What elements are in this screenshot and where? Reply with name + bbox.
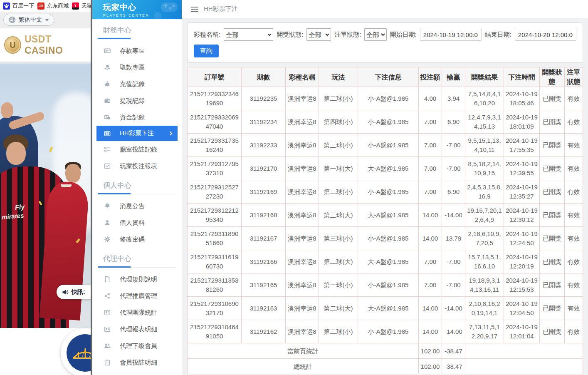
total-winloss: -38.47: [442, 359, 465, 374]
filter-panel: 彩種名稱: 全部 開獎狀態: 全部 注單狀態: 全部 開始日期: 結束日期: 查…: [187, 22, 583, 63]
sidebar-item-label: 存款專區: [120, 47, 145, 55]
bookmark-item[interactable]: 百度一下: [3, 2, 34, 10]
bookmark-item[interactable]: T天猫: [72, 2, 91, 10]
sidebar-item-label: 會員投註明細: [120, 359, 157, 367]
main-area: HH彩票下注 彩種名稱: 全部 開獎狀態: 全部 注單狀態: 全部 開始日期: …: [182, 0, 588, 375]
table-cell: 7.00: [419, 273, 442, 297]
table-cell: 7.00: [419, 157, 442, 180]
sidebar-item-agent-team-stats[interactable]: 代理團隊統計: [92, 304, 182, 321]
sidebar-item-change-password[interactable]: 修改密碼: [92, 231, 182, 248]
sidebar-item-label: 玩家投注報表: [120, 162, 157, 170]
sidebar-item-funds-records[interactable]: 資金記錄: [92, 109, 182, 126]
table-header-row: 訂單號期數彩種名稱玩法下注信息投注額輸贏開獎結果下注時間開獎狀態注單狀態: [188, 67, 583, 87]
table-cell: 第二球(大): [319, 250, 358, 273]
table-cell: 2152172933234619690: [188, 87, 242, 110]
draw-status-label: 開獎狀態:: [277, 31, 303, 39]
total-bet-amount: 102.00: [419, 359, 442, 374]
sidebar-item-withdraw-records[interactable]: 提現記錄: [92, 92, 182, 109]
sidebar-item-label: 修改密碼: [120, 236, 145, 243]
sidebar-item-deposit-zone[interactable]: 存款專區: [92, 42, 182, 59]
table-cell: 31192162: [242, 320, 286, 343]
table-cell: 第一球(大): [319, 157, 358, 180]
start-date-input[interactable]: [420, 29, 482, 41]
table-cell: 第三球(小): [319, 227, 358, 250]
gear-icon: [104, 236, 111, 243]
table-cell: 有效: [565, 134, 583, 157]
page: 百度一下JD京东商城T天猫 繁体中文 U USDT CASINO: [0, 0, 588, 375]
table-cell: 2024-10-19 12:35:27: [504, 180, 540, 204]
draw-status-select[interactable]: 全部: [306, 28, 331, 41]
end-date-input[interactable]: [515, 29, 576, 41]
sidebar-item-member-bet-detail[interactable]: 會員投註明細: [92, 354, 182, 371]
sidebar-item-label: 廳室投註記錄: [120, 146, 157, 154]
table-cell: 2152172933173516240: [188, 134, 242, 157]
table-cell: 澳洲幸运8: [286, 204, 319, 227]
table-row: 215217293127953731031192170澳洲幸运8第一球(大)大-…: [188, 157, 583, 180]
language-selector[interactable]: 繁体中文: [3, 14, 54, 26]
table-cell: 2152172933206947040: [188, 110, 242, 134]
search-button[interactable]: 查詢: [194, 45, 219, 57]
table-cell: -14.00: [442, 204, 465, 227]
table-cell: 19,18,9,3,14,13,16,11: [465, 273, 504, 297]
sidebar-item-member-transaction-detail[interactable]: 會員交易明細: [92, 371, 182, 375]
section-rule: [98, 267, 176, 268]
bookmark-item[interactable]: JD京东商城: [37, 2, 69, 10]
table-cell: 2152172931279537310: [188, 157, 242, 180]
sidebar-item-recharge-records[interactable]: 充值記錄: [92, 76, 182, 92]
bookmark-label: 天猫: [82, 2, 91, 10]
order-status-label: 注單狀態:: [334, 31, 361, 39]
lottery-name-select[interactable]: 全部: [224, 28, 273, 41]
sidebar-item-profile[interactable]: 個人資料: [92, 214, 182, 231]
table-cell: 15,7,13,5,1,16,6,10: [465, 250, 504, 273]
table-cell: 2,10,8,16,20,19,14,1: [465, 297, 504, 320]
column-header: 輸贏: [442, 67, 465, 87]
table-cell: 第三球(大): [319, 204, 358, 227]
order-status-select[interactable]: 全部: [364, 28, 386, 41]
table-cell: 31192233: [242, 134, 286, 157]
table-cell: 澳洲幸运8: [286, 273, 319, 297]
sidebar-item-agent-promotion[interactable]: 代理推廣管理: [92, 288, 182, 304]
bell-icon: [104, 203, 111, 209]
column-header: 訂單號: [188, 67, 242, 87]
sidebar-item-hh-lottery-bets[interactable]: HH彩票下注: [96, 126, 178, 141]
sidebar-item-agent-report-detail[interactable]: 代理報表明細: [92, 321, 182, 338]
table-cell: 有效: [565, 297, 583, 320]
table-cell: 2024-10-19 12:15:53: [504, 273, 540, 297]
table-cell: 2152172931161960730: [188, 250, 242, 273]
player-milan-figure: [6, 142, 26, 165]
news-ticker[interactable]: 快訊:: [57, 285, 91, 299]
table-row: 215217293317351624031192233澳洲幸运8第三球(小)小-…: [188, 134, 583, 157]
language-bar: 繁体中文: [0, 12, 91, 28]
table-cell: 澳洲幸运8: [286, 250, 319, 273]
table-cell: 2152172931189051660: [188, 227, 242, 250]
sidebar-item-hall-bet-records[interactable]: 廳室投註記錄: [92, 141, 182, 158]
sidebar-item-announcements[interactable]: 消息公告: [92, 198, 182, 214]
table-cell: 第二球(小): [319, 320, 358, 343]
column-header: 下注信息: [358, 67, 419, 87]
sidebar-item-agent-sub-members[interactable]: 代理下級會員: [92, 338, 182, 354]
table-cell: 2024-10-19 18:01:09: [504, 110, 540, 134]
table-cell: -14.00: [442, 297, 465, 320]
table-cell: 已開獎: [540, 250, 565, 273]
sidebar-item-player-bet-report[interactable]: 玩家投注報表: [92, 158, 182, 174]
sidebar-item-agent-rules[interactable]: 代理規則說明: [92, 271, 182, 288]
current-page-total-row: 當前頁統計102.00-38.47: [188, 343, 583, 359]
sidebar-header: 玩家中心 PLAYERS CENTER: [92, 0, 182, 19]
menu-toggle-icon[interactable]: [190, 5, 199, 13]
sidebar-item-label: 代理規則說明: [120, 276, 157, 283]
table-cell: 有效: [565, 250, 583, 273]
table-row: 215217293122129534031192168澳洲幸运8第三球(大)大-…: [188, 204, 583, 227]
site-logo[interactable]: U USDT CASINO: [0, 28, 91, 62]
sidebar-item-label: 提現記錄: [120, 97, 145, 105]
table-cell: 大-A盤@1.985: [358, 157, 419, 180]
sidebar-item-withdraw-zone[interactable]: 取款專區: [92, 59, 182, 76]
sidebar-item-label: HH彩票下注: [120, 129, 154, 137]
table-cell: 有效: [565, 110, 583, 134]
table-cell: 已開獎: [540, 180, 565, 204]
table-cell: 7.00: [419, 134, 442, 157]
table-row: 215217293118905166031192167澳洲幸运8第三球(小)小-…: [188, 227, 583, 250]
table-cell: 已開獎: [540, 110, 565, 134]
table-row: 215217293106903217031192163澳洲幸运8第二球(大)大-…: [188, 297, 583, 320]
sidebar-section-title: 個人中心: [92, 174, 182, 194]
chevron-right-icon: [168, 132, 173, 136]
